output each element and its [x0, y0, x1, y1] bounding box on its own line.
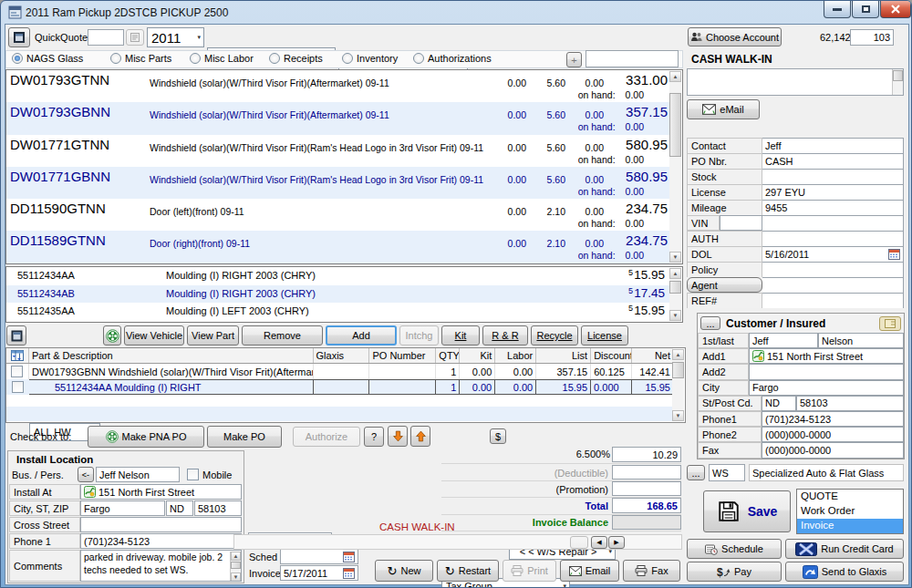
invoice-date-field[interactable]: 5/17/2011: [280, 565, 358, 581]
grid-select-header[interactable]: [6, 348, 29, 363]
col-net[interactable]: Net: [632, 348, 673, 363]
authorize-button[interactable]: Authorize: [293, 427, 360, 447]
po-nbr-field[interactable]: CASH: [762, 153, 904, 169]
choose-account-button[interactable]: Choose Account: [688, 27, 782, 46]
glass-list-scrollbar[interactable]: ▲▼: [669, 71, 681, 263]
print-button[interactable]: Print: [503, 560, 556, 582]
col-qty[interactable]: QTY: [436, 348, 460, 363]
glass-row[interactable]: DW01771GBNNWindshield (solar)(W/Third Vi…: [6, 167, 669, 199]
form-lookup-button[interactable]: [126, 29, 144, 46]
calendar-icon[interactable]: [343, 552, 355, 562]
restore-icon[interactable]: [852, 1, 879, 18]
schedule-button[interactable]: Schedule: [687, 539, 782, 559]
r-and-r-button[interactable]: R & R: [482, 325, 528, 346]
restart-button[interactable]: ↻Restart: [437, 560, 499, 582]
comments-scrollbar[interactable]: ▲▼: [230, 552, 241, 582]
glass-row[interactable]: DW01771GTNNWindshield (solar)(W/Third Vi…: [6, 135, 669, 167]
shop-more-button[interactable]: ...: [687, 465, 705, 480]
customer-more-button[interactable]: ...: [700, 316, 720, 330]
scroll-thumb[interactable]: [669, 93, 681, 157]
moulding-row[interactable]: 55112434ABMoulding (I) RIGHT 2003 (CHRY)…: [6, 285, 669, 304]
zip-field[interactable]: 58103: [194, 500, 242, 516]
phone2-field[interactable]: (000)000-0000: [762, 427, 904, 442]
city-field[interactable]: Fargo: [749, 380, 904, 396]
cross-street-field[interactable]: [80, 517, 242, 532]
vin-field[interactable]: [762, 215, 904, 231]
remove-button[interactable]: Remove: [242, 325, 323, 346]
last-name-field[interactable]: Nelson: [818, 333, 904, 348]
moulding-row[interactable]: 55112435AAMoulding (I) LEFT 2003 (CHRY)5…: [6, 303, 669, 321]
auth-field[interactable]: [762, 231, 904, 246]
scroll-down-icon[interactable]: ▼: [669, 252, 681, 263]
tax-amount-field[interactable]: 10.29: [612, 447, 681, 462]
category-misc-labor[interactable]: Misc Labor: [190, 53, 254, 64]
scroll-up-icon[interactable]: ▲: [672, 349, 684, 360]
scroll-thumb[interactable]: [672, 362, 684, 378]
dol-field[interactable]: 5/16/2011: [762, 246, 904, 262]
move-down-button[interactable]: [388, 426, 408, 447]
category-nags-glass[interactable]: NAGS Glass: [12, 53, 83, 64]
col-list[interactable]: List: [536, 348, 591, 363]
add2-field[interactable]: [749, 364, 904, 379]
scroll-down-icon[interactable]: ▼: [231, 573, 241, 582]
deductible-field[interactable]: [612, 465, 681, 480]
glass-row[interactable]: DW01793GTNNWindshield (solar)(W/Third Vi…: [6, 70, 669, 102]
scroll-up-icon[interactable]: ▲: [669, 71, 681, 82]
copy-back-button[interactable]: <-: [78, 467, 94, 482]
col-labor[interactable]: Labor: [495, 348, 536, 363]
scroll-down-icon[interactable]: ▼: [669, 310, 681, 321]
kit-button[interactable]: Kit: [441, 325, 480, 346]
save-button[interactable]: Save: [703, 490, 791, 532]
grid-scrollbar[interactable]: ▲▼: [672, 349, 684, 421]
pay-button[interactable]: $Pay: [687, 562, 782, 582]
nav-extra-button[interactable]: [570, 536, 588, 549]
nav-next-button[interactable]: ▶: [608, 536, 625, 549]
glass-row[interactable]: DW01793GBNNWindshield (solar)(W/Third Vi…: [6, 102, 669, 134]
sched-date-field[interactable]: [280, 549, 358, 564]
shop-code-field[interactable]: WS: [709, 464, 745, 481]
checkbox-icon[interactable]: [12, 381, 24, 393]
calendar-icon[interactable]: [888, 249, 900, 260]
doc-type-work-order[interactable]: Work Order: [797, 504, 903, 519]
move-up-button[interactable]: [410, 426, 430, 447]
map-icon[interactable]: [752, 350, 764, 362]
intchg-button[interactable]: Intchg: [399, 325, 439, 346]
view-part-button[interactable]: View Part: [187, 325, 239, 346]
agent-button[interactable]: Agent: [687, 277, 762, 293]
col-po-number[interactable]: PO Number: [369, 348, 436, 363]
view-vehicle-button[interactable]: View Vehicle: [124, 325, 184, 346]
col-kit[interactable]: Kit: [460, 348, 495, 363]
nav-previous-button[interactable]: ◀: [591, 536, 607, 549]
row-select-cell[interactable]: [6, 379, 29, 395]
mobile-checkbox[interactable]: [187, 469, 199, 480]
category-authorizations[interactable]: Authorizations: [413, 53, 492, 64]
notes-scrollbar[interactable]: [892, 69, 903, 95]
scroll-thumb[interactable]: [893, 70, 903, 81]
doc-type-quote[interactable]: QUOTE: [797, 490, 903, 504]
mileage-field[interactable]: 9455: [762, 200, 904, 215]
row-select-cell[interactable]: [6, 364, 29, 379]
fax-button[interactable]: Fax: [623, 560, 680, 582]
send-to-glaxis-button[interactable]: Send to Glaxis: [785, 562, 904, 582]
customer-notes-button[interactable]: [879, 316, 901, 331]
first-name-field[interactable]: Jeff: [749, 333, 818, 348]
category-misc-parts[interactable]: Misc Parts: [110, 53, 171, 64]
order-row[interactable]: DW01793GBNN Windshield (solar)(W/Third V…: [6, 364, 673, 379]
install-at-field[interactable]: 151 North First Street: [80, 484, 242, 500]
promotion-field[interactable]: [612, 481, 681, 496]
dollar-button[interactable]: $: [490, 428, 506, 444]
agent-field[interactable]: [762, 277, 904, 293]
pna-network-button[interactable]: [103, 325, 121, 346]
ref-field[interactable]: [762, 293, 904, 308]
email-customer-button[interactable]: eMail: [687, 99, 760, 119]
quickquote-button[interactable]: [8, 27, 30, 47]
add-button[interactable]: Add: [326, 325, 397, 346]
email-button[interactable]: Email: [560, 560, 619, 582]
quickquote-input[interactable]: [88, 29, 124, 46]
scroll-up-icon[interactable]: ▲: [231, 552, 241, 561]
part-search-input[interactable]: [586, 50, 679, 67]
moulding-row[interactable]: 55112434AAMoulding (I) RIGHT 2003 (CHRY)…: [6, 267, 669, 285]
phone1-field[interactable]: (701)234-5123: [80, 533, 242, 549]
policy-field[interactable]: [762, 262, 904, 277]
state-field[interactable]: ND: [166, 500, 193, 516]
